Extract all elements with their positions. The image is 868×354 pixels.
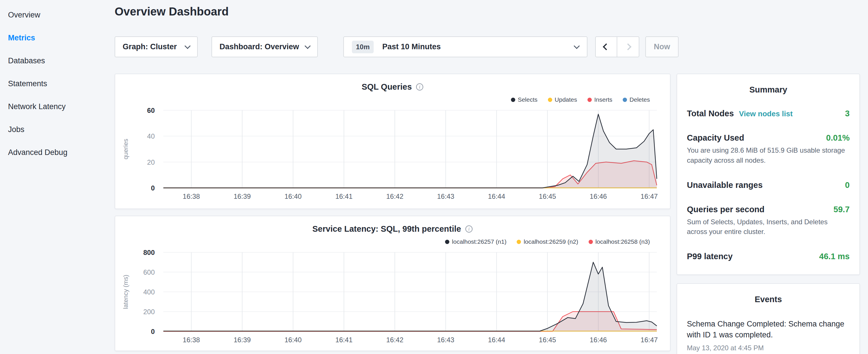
- svg-text:queries: queries: [122, 139, 129, 159]
- chart-legend: localhost:26257 (n1) localhost:26259 (n2…: [115, 238, 670, 246]
- summary-label: Unavailable ranges: [687, 181, 763, 190]
- svg-text:600: 600: [143, 268, 155, 276]
- page-title: Overview Dashboard: [115, 5, 229, 18]
- graph-scope-dropdown[interactable]: Graph: Cluster: [115, 36, 198, 57]
- chart-title: SQL Queries: [362, 82, 412, 92]
- sidebar-item-jobs[interactable]: Jobs: [0, 118, 115, 141]
- summary-description: Sum of Selects, Updates, Inserts, and De…: [687, 217, 850, 237]
- chevron-left-icon: [602, 43, 610, 50]
- service-latency-chart: 16:3816:3916:4016:4116:4216:4316:4416:45…: [120, 248, 665, 347]
- chevron-down-icon: [185, 43, 191, 49]
- chart-title: Service Latency: SQL, 99th percentile: [312, 224, 461, 234]
- svg-text:60: 60: [147, 106, 155, 114]
- legend-item: Inserts: [587, 96, 612, 103]
- svg-text:16:46: 16:46: [590, 336, 607, 344]
- svg-text:16:42: 16:42: [386, 336, 403, 344]
- summary-row-queries-per-second: Queries per second 59.7 Sum of Selects, …: [687, 205, 850, 237]
- svg-text:i: i: [468, 227, 469, 231]
- legend-item: Deletes: [623, 96, 650, 103]
- summary-panel: Summary Total Nodes View nodes list 3 Ca…: [677, 74, 860, 275]
- chart-legend: Selects Updates Inserts Deletes: [115, 96, 670, 103]
- summary-heading: Summary: [687, 85, 850, 95]
- legend-label: Inserts: [594, 96, 612, 103]
- svg-text:16:43: 16:43: [437, 336, 454, 344]
- svg-text:40: 40: [147, 132, 155, 140]
- sidebar-item-statements[interactable]: Statements: [0, 72, 115, 95]
- svg-text:16:43: 16:43: [437, 192, 454, 200]
- summary-row-capacity-used: Capacity Used 0.01% You are using 28.6 M…: [687, 133, 850, 165]
- svg-text:i: i: [419, 85, 420, 89]
- time-prev-button[interactable]: [595, 36, 617, 57]
- summary-value: 0.01%: [826, 133, 850, 142]
- event-item[interactable]: Schema Change Completed: Schema change w…: [687, 319, 850, 352]
- sql-queries-chart: 16:3816:3916:4016:4116:4216:4316:4416:45…: [120, 106, 665, 203]
- summary-label: Capacity Used: [687, 133, 744, 142]
- legend-item: localhost:26258 (n3): [589, 238, 650, 245]
- info-icon[interactable]: i: [416, 83, 424, 91]
- sidebar-item-network-latency[interactable]: Network Latency: [0, 95, 115, 118]
- chevron-down-icon: [305, 43, 311, 49]
- chart-svg: 16:3816:3916:4016:4116:4216:4316:4416:45…: [120, 248, 665, 346]
- legend-label: localhost:26259 (n2): [524, 238, 578, 245]
- legend-label: Deletes: [629, 96, 650, 103]
- info-icon[interactable]: i: [465, 225, 473, 233]
- now-button[interactable]: Now: [645, 36, 679, 57]
- time-next-button[interactable]: [617, 36, 639, 57]
- svg-text:16:45: 16:45: [539, 192, 556, 200]
- svg-text:16:46: 16:46: [590, 192, 607, 200]
- summary-description: You are using 28.6 MiB of 515.9 GiB usab…: [687, 146, 850, 165]
- controls-bar: Graph: Cluster Dashboard: Overview 10m P…: [115, 36, 679, 57]
- view-nodes-list-link[interactable]: View nodes list: [739, 109, 793, 118]
- graph-scope-dropdown-label: Graph: Cluster: [123, 42, 177, 51]
- service-latency-chart-panel: Service Latency: SQL, 99th percentile i …: [115, 216, 671, 351]
- sql-queries-chart-panel: SQL Queries i Selects Updates Inserts De…: [115, 74, 671, 209]
- summary-row-total-nodes: Total Nodes View nodes list 3: [687, 109, 850, 118]
- summary-value: 3: [845, 109, 850, 118]
- legend-dot: [587, 98, 592, 102]
- dashboard-dropdown[interactable]: Dashboard: Overview: [212, 36, 318, 57]
- svg-text:16:44: 16:44: [488, 192, 505, 200]
- legend-dot: [511, 98, 515, 102]
- svg-text:16:39: 16:39: [234, 336, 251, 344]
- sidebar-item-advanced-debug[interactable]: Advanced Debug: [0, 141, 115, 164]
- dashboard-dropdown-label: Dashboard: Overview: [219, 42, 299, 51]
- summary-value: 59.7: [834, 205, 850, 214]
- time-pager: [595, 36, 639, 57]
- sidebar-item-metrics[interactable]: Metrics: [0, 26, 115, 49]
- legend-dot: [548, 98, 552, 102]
- chart-svg: 16:3816:3916:4016:4116:4216:4316:4416:45…: [120, 106, 665, 202]
- svg-text:20: 20: [147, 158, 155, 166]
- chart-title-row: Service Latency: SQL, 99th percentile i: [115, 224, 670, 234]
- legend-item: Updates: [548, 96, 577, 103]
- events-panel: Events Schema Change Completed: Schema c…: [677, 283, 860, 354]
- legend-dot: [589, 240, 593, 244]
- legend-label: Updates: [555, 96, 577, 103]
- svg-text:800: 800: [143, 249, 155, 256]
- svg-text:16:38: 16:38: [183, 336, 200, 344]
- summary-label: Queries per second: [687, 205, 765, 214]
- svg-text:latency (ms): latency (ms): [122, 275, 129, 309]
- legend-label: localhost:26258 (n3): [595, 238, 650, 245]
- events-heading: Events: [687, 295, 850, 304]
- svg-text:16:47: 16:47: [641, 192, 658, 200]
- svg-text:16:40: 16:40: [284, 192, 302, 200]
- svg-text:16:39: 16:39: [234, 192, 251, 200]
- svg-text:200: 200: [143, 308, 155, 316]
- sidebar: Overview Metrics Databases Statements Ne…: [0, 0, 115, 354]
- summary-row-p99-latency: P99 latency 46.1 ms: [687, 252, 850, 261]
- sidebar-item-databases[interactable]: Databases: [0, 49, 115, 72]
- time-range-selector[interactable]: 10m Past 10 Minutes: [343, 36, 587, 57]
- svg-text:16:45: 16:45: [539, 336, 556, 344]
- chevron-down-icon: [574, 43, 580, 49]
- sidebar-item-overview[interactable]: Overview: [0, 3, 115, 26]
- summary-value: 46.1 ms: [819, 252, 850, 261]
- svg-text:0: 0: [151, 328, 155, 335]
- summary-label: Total Nodes: [687, 109, 734, 118]
- legend-item: localhost:26259 (n2): [517, 238, 578, 245]
- legend-label: Selects: [518, 96, 537, 103]
- svg-text:400: 400: [143, 288, 155, 296]
- legend-dot: [445, 240, 449, 244]
- time-range-badge: 10m: [352, 41, 374, 53]
- summary-value: 0: [845, 181, 850, 190]
- summary-label: P99 latency: [687, 252, 733, 261]
